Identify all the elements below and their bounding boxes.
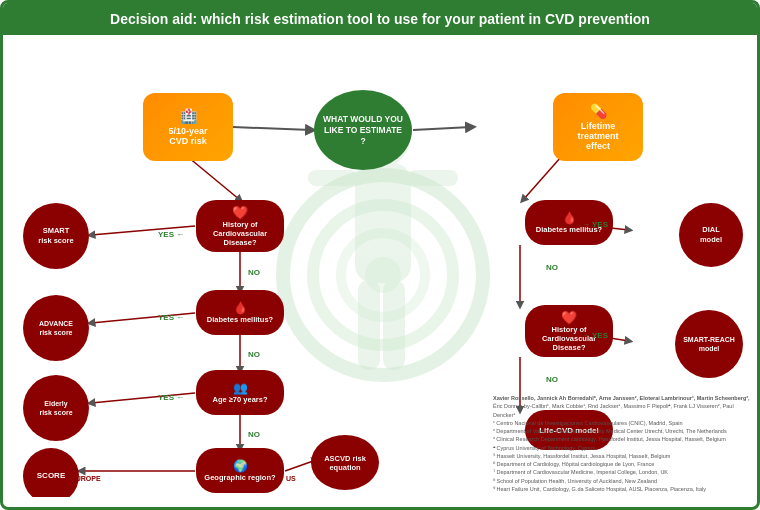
smart-circle: SMARTrisk score — [23, 203, 89, 269]
svg-point-8 — [341, 233, 425, 317]
diabetes-left-box: 🩸 Diabetes mellitus? — [196, 290, 284, 335]
svg-rect-1 — [355, 163, 411, 283]
advance-circle: ADVANCErisk score — [23, 295, 89, 361]
credits-line-1: Xavier Rossello, Jannick Ah Borredahl*, … — [493, 394, 753, 402]
no-label-geo: NO — [248, 430, 260, 439]
geo-left-box: 🌍 Geographic region? — [196, 448, 284, 493]
credits-line-3: ¹ Centro Nacional de Investigaciones Car… — [493, 419, 753, 427]
diabetes-icon-right: 🩸 — [562, 211, 577, 225]
svg-rect-3 — [408, 170, 458, 186]
svg-point-9 — [365, 257, 401, 293]
yes-label-smart: YES ← — [158, 230, 184, 239]
credits-line-5: ³ Clinical Research Department cardiolog… — [493, 435, 753, 443]
age-left-box: 👥 Age ≥70 years? — [196, 370, 284, 415]
svg-line-11 — [413, 127, 471, 130]
elderly-circle: Elderlyrisk score — [23, 375, 89, 441]
svg-rect-2 — [308, 170, 358, 186]
diabetes-icon-left: 🩸 — [233, 301, 248, 315]
svg-rect-4 — [358, 280, 380, 370]
credits-line-8: ⁶ Department of Cardiology, Hôpital card… — [493, 460, 753, 468]
credits-line-11: ⁹ Heart Failure Unit, Cardiology, G.da S… — [493, 485, 753, 493]
no-label-hist-right: NO — [546, 263, 558, 272]
right-box-icon: 💊 — [590, 103, 607, 119]
dial-circle: DIALmodel — [679, 203, 743, 267]
credits-section: Xavier Rossello, Jannick Ah Borredahl*, … — [493, 394, 753, 493]
no-label-life-cvd: NO — [546, 375, 558, 384]
no-label-diabetes-left: NO — [248, 268, 260, 277]
svg-line-10 — [233, 127, 311, 130]
left-box-text: 5/10-year CVD risk — [168, 126, 207, 146]
yes-label-smart-reach: → YES — [582, 331, 608, 340]
hist-icon-left: ❤️ — [232, 205, 248, 220]
credits-line-2: Éric Donner-by-Callbri¹, Mark Cobbie¹, R… — [493, 402, 753, 419]
header-title: Decision aid: which risk estimation tool… — [110, 11, 650, 27]
svg-point-6 — [283, 175, 483, 375]
hist-cv-left-box: ❤️ History of Cardiovascular Disease? — [196, 200, 284, 252]
yes-label-dial: → YES — [582, 220, 608, 229]
svg-rect-5 — [383, 280, 405, 370]
no-label-age: NO — [248, 350, 260, 359]
center-question-box: WHAT WOULD YOU LIKE TO ESTIMATE ? — [314, 90, 412, 170]
center-question-text: WHAT WOULD YOU LIKE TO ESTIMATE ? — [322, 114, 404, 147]
age-icon: 👥 — [233, 381, 248, 395]
right-box-text: Lifetime treatment effect — [577, 121, 618, 151]
svg-line-12 — [188, 157, 240, 200]
right-top-orange-box: 💊 Lifetime treatment effect — [553, 93, 643, 161]
page-header: Decision aid: which risk estimation tool… — [3, 3, 757, 35]
left-top-orange-box: 🏥 5/10-year CVD risk — [143, 93, 233, 161]
ascvd-box: ASCVD risk equation — [311, 435, 379, 490]
geo-icon: 🌍 — [233, 459, 248, 473]
us-label: US — [286, 475, 296, 482]
svg-point-7 — [313, 205, 453, 345]
diagram-area: WHAT WOULD YOU LIKE TO ESTIMATE ? 🏥 5/10… — [3, 35, 760, 497]
svg-line-21 — [523, 157, 561, 200]
smart-reach-circle: SMART-REACHmodel — [675, 310, 743, 378]
credits-line-6: ⁴ Cyprus University of Technology, Cypru… — [493, 444, 753, 452]
credits-line-10: ⁸ School of Population Health, Universit… — [493, 477, 753, 485]
score-circle: SCORE — [23, 448, 79, 497]
hist-icon-right: ❤️ — [561, 310, 577, 325]
yes-label-advance: YES ← — [158, 313, 184, 322]
credits-line-9: ⁷ Department of Cardiovascular Medicine,… — [493, 468, 753, 476]
yes-label-elderly: YES ← — [158, 393, 184, 402]
left-box-icon: 🏥 — [180, 108, 197, 124]
credits-line-7: ⁵ Hasselt University, Hassfordel Institu… — [493, 452, 753, 460]
credits-line-4: ² Department of Vascular Medicine, Unive… — [493, 427, 753, 435]
main-container: Decision aid: which risk estimation tool… — [0, 0, 760, 510]
europe-label: EUROPE — [71, 475, 101, 482]
